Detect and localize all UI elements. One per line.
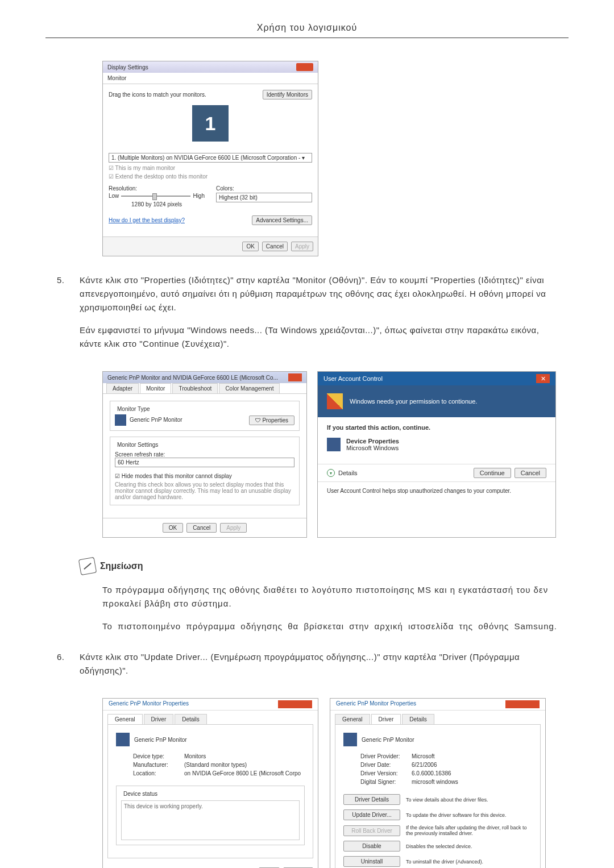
prop-gen-title: Generic PnP Monitor Properties (109, 700, 189, 708)
page-header: Χρήση του λογισμικού (45, 23, 569, 38)
driver-details-button[interactable]: Driver Details (343, 794, 400, 805)
ds-monitor-tab[interactable]: Monitor (103, 73, 318, 84)
apply-button: Apply (291, 242, 313, 251)
signer-value: microsoft windows (412, 779, 458, 785)
mon-dialog-title: Generic PnP Monitor and NVIDIA GeForce 6… (107, 375, 278, 381)
ok-button[interactable]: OK (242, 242, 258, 251)
step-6-number: 6. (57, 650, 70, 687)
prop-gen-name: Generic PnP Monitor (134, 737, 187, 743)
resolution-label: Resolution: (109, 185, 205, 192)
monitor-type-group: Monitor Type (115, 406, 152, 412)
device-status-text: This device is working properly. (121, 800, 300, 840)
rollback-text: If the device fails after updating the d… (406, 825, 532, 836)
close-icon[interactable] (505, 700, 540, 708)
version-label: Driver Version: (360, 770, 412, 776)
pnp-properties-driver: Generic PnP Monitor Properties General D… (330, 698, 546, 868)
note-para-1: Το πρόγραμμα οδήγησης της οθόνης διαθέτε… (102, 583, 557, 610)
step-5-para-2: Εάν εμφανιστεί το μήνυμα "Windows needs.… (80, 323, 557, 351)
step-6-text: Κάντε κλικ στο "Update Driver... (Ενημέρ… (80, 650, 557, 678)
signer-label: Digital Signer: (360, 779, 412, 785)
note-label: Σημείωση (100, 561, 143, 571)
close-icon[interactable] (296, 63, 313, 71)
cancel-button[interactable]: Cancel (262, 242, 288, 251)
advanced-settings-button[interactable]: Advanced Settings... (252, 215, 312, 225)
monitor-properties-dialog: Generic PnP Monitor and NVIDIA GeForce 6… (102, 371, 307, 538)
close-icon[interactable] (288, 373, 302, 381)
close-icon[interactable]: ✕ (536, 374, 550, 383)
tab-general[interactable]: General (335, 714, 370, 724)
monitor-icon[interactable]: 1 (192, 105, 229, 142)
rollback-button: Roll Back Driver (343, 825, 400, 836)
hide-modes-check[interactable]: ☑ Hide modes that this monitor cannot di… (115, 473, 294, 479)
uac-ms-windows: Microsoft Windows (346, 445, 399, 451)
display-settings-window: Display Settings Monitor Drag the icons … (102, 61, 318, 256)
driver-details-text: To view details about the driver files. (406, 797, 532, 803)
date-value: 6/21/2006 (412, 762, 437, 768)
disable-button[interactable]: Disable (343, 841, 400, 852)
step-5-number: 5. (57, 273, 70, 360)
disable-text: Disables the selected device. (406, 844, 532, 849)
uninstall-button[interactable]: Uninstall (343, 856, 400, 867)
update-driver-text: To update the driver software for this d… (406, 812, 532, 818)
chevron-down-icon[interactable]: ▾ (327, 469, 335, 477)
device-status-label: Device status (121, 791, 160, 797)
location-value: on NVIDIA GeForce 8600 LE (Microsoft Cor… (184, 770, 301, 776)
refresh-rate-combo[interactable]: 60 Hertz (115, 458, 294, 467)
main-monitor-check[interactable]: ☑ This is my main monitor (109, 165, 312, 171)
colors-label: Colors: (216, 185, 312, 192)
close-icon[interactable] (278, 700, 312, 708)
manufacturer-label: Manufacturer: (133, 762, 184, 768)
monitor-settings-group: Monitor Settings (115, 442, 160, 448)
tab-driver[interactable]: Driver (144, 714, 174, 724)
uac-subtitle: If you started this action, continue. (327, 424, 546, 431)
update-driver-button[interactable]: Update Driver... (343, 809, 400, 820)
uac-title-text: User Account Control (323, 375, 383, 382)
note-para-2: Το πιστοποιημένο πρόγραμμα οδήγησης θα β… (102, 620, 557, 633)
provider-value: Microsoft (412, 753, 435, 759)
properties-button[interactable]: 🛡 Properties (249, 416, 294, 425)
uac-details-link[interactable]: Details (338, 470, 358, 476)
version-value: 6.0.6000.16386 (412, 770, 451, 776)
device-icon (327, 438, 341, 451)
hide-modes-text: Clearing this check box allows you to se… (115, 481, 294, 500)
refresh-rate-label: Screen refresh rate: (115, 451, 294, 458)
shield-icon (327, 393, 343, 409)
tab-details[interactable]: Details (402, 714, 434, 724)
tab-details[interactable]: Details (175, 714, 207, 724)
monitor-combo[interactable]: 1. (Multiple Monitors) on NVIDIA GeForce… (109, 153, 312, 163)
resolution-slider[interactable]: Low High (109, 193, 205, 199)
uac-dialog: User Account Control ✕ Windows needs you… (317, 371, 556, 538)
ds-title-text: Display Settings (107, 64, 148, 70)
note-icon (78, 557, 97, 575)
uninstall-text: To uninstall the driver (Advanced). (406, 859, 532, 865)
cancel-button[interactable]: Cancel (186, 523, 217, 533)
uac-device-prop: Device Properties (346, 438, 399, 445)
best-display-link[interactable]: How do I get the best display? (109, 217, 185, 223)
resolution-value: 1280 by 1024 pixels (109, 201, 205, 207)
manufacturer-value: (Standard monitor types) (184, 762, 247, 768)
apply-button: Apply (220, 523, 247, 533)
prop-drv-title: Generic PnP Monitor Properties (336, 700, 416, 708)
continue-button[interactable]: Continue (474, 468, 511, 478)
prop-drv-name: Generic PnP Monitor (362, 737, 414, 743)
ok-button[interactable]: OK (163, 523, 183, 533)
identify-monitors-button[interactable]: Identify Monitors (263, 90, 312, 99)
tab-adapter[interactable]: Adapter (106, 383, 139, 393)
tab-color-management[interactable]: Color Management (219, 383, 280, 393)
uac-note-text: User Account Control helps stop unauthor… (318, 482, 555, 500)
location-label: Location: (133, 770, 184, 776)
colors-combo[interactable]: Highest (32 bit) (216, 193, 312, 202)
tab-driver[interactable]: Driver (371, 714, 401, 724)
tab-general[interactable]: General (107, 714, 143, 724)
monitor-icon (116, 733, 130, 746)
tab-troubleshoot[interactable]: Troubleshoot (172, 383, 218, 393)
tab-monitor[interactable]: Monitor (140, 383, 171, 393)
provider-label: Driver Provider: (360, 753, 412, 759)
cancel-button[interactable]: Cancel (515, 468, 546, 478)
ds-drag-text: Drag the icons to match your monitors. (109, 92, 206, 98)
pnp-properties-general: Generic PnP Monitor Properties General D… (102, 698, 318, 868)
monitor-icon (343, 733, 357, 746)
device-type-value: Monitors (184, 753, 206, 759)
date-label: Driver Date: (360, 762, 412, 768)
extend-desktop-check[interactable]: ☑ Extend the desktop onto this monitor (109, 173, 312, 180)
